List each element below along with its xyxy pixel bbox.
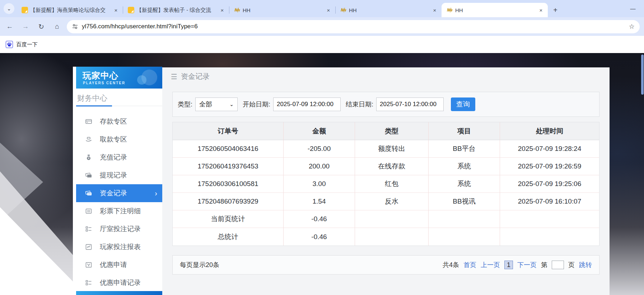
chart-report-icon — [85, 243, 92, 251]
table-row: 1752060306100581 3.00 红包 系统 2025-07-09 1… — [173, 175, 599, 193]
end-date-label: 结束日期: — [346, 100, 373, 109]
filter-bar: 类型: 全部 ⌄ 开始日期: 结束日期: 查询 — [172, 92, 599, 117]
start-date-input[interactable] — [273, 97, 341, 111]
tab-title: HH — [243, 7, 323, 13]
project: BB视讯 — [429, 193, 500, 210]
tab-2[interactable]: 【新提醒】发表帖子 - 综合交流 × — [123, 3, 229, 17]
window-minimize-button[interactable]: — — [627, 3, 638, 14]
minimize-icon: — — [630, 5, 636, 11]
hamburger-icon: ☰ — [171, 72, 177, 81]
tab-1[interactable]: 【新提醒】海燕策略论坛综合交 × — [17, 3, 123, 17]
sidebar-item-promo-record[interactable]: 优惠申请记录 — [73, 274, 162, 292]
sidebar-item-label: 厅室投注记录 — [100, 224, 141, 234]
time: 2025-07-09 19:26:59 — [500, 158, 599, 175]
plus-icon: + — [553, 6, 557, 14]
table-header-row: 订单号 金额 类型 项目 处理时间 — [173, 122, 599, 140]
type: 在线存款 — [355, 158, 429, 175]
reload-icon: ↻ — [38, 23, 44, 31]
close-icon[interactable]: × — [113, 7, 119, 13]
current-page-indicator[interactable]: 1 — [504, 261, 513, 269]
funds-table: 订单号 金额 类型 项目 处理时间 1752060504063416 -205.… — [172, 122, 599, 246]
search-button[interactable]: 查询 — [451, 97, 475, 111]
sidebar-item-withdraw-record[interactable]: 提现记录 — [73, 166, 162, 184]
table-summary-row-page: 当前页统计 -0.46 — [173, 210, 599, 228]
sidebar-item-withdraw[interactable]: 取款专区 — [73, 130, 162, 148]
close-icon[interactable]: × — [538, 7, 544, 13]
order-no: 1752060419376453 — [173, 158, 284, 175]
reload-button[interactable]: ↻ — [35, 20, 47, 33]
sidebar-item-label: 玩家投注报表 — [100, 242, 141, 252]
home-button[interactable]: ⌂ — [51, 20, 63, 33]
tab-title: 【新提醒】发表帖子 - 综合交流 — [136, 7, 217, 14]
empty-cell — [500, 210, 599, 228]
forum-favicon-icon — [22, 7, 28, 13]
tab-3[interactable]: HH × — [229, 3, 335, 17]
tab-title: HH — [349, 7, 429, 13]
table-row: 1752060504063416 -205.00 额度转出 BB平台 2025-… — [173, 140, 599, 158]
tab-5-active[interactable]: HH × — [442, 3, 548, 17]
summary-amount: -0.46 — [284, 210, 355, 228]
tab-4[interactable]: HH × — [335, 3, 442, 17]
address-bar[interactable]: yl756.com/hhcp/usercenter.html?iniType=6… — [67, 20, 640, 33]
end-date-input[interactable] — [376, 97, 444, 111]
amount: 1.54 — [284, 193, 355, 210]
jump-button[interactable]: 跳转 — [579, 261, 592, 269]
sidebar-item-label: 优惠申请记录 — [100, 278, 141, 287]
sidebar-item-promo-apply[interactable]: 优惠申请 — [73, 256, 162, 274]
sidebar-item-bet-report[interactable]: 玩家投注报表 — [73, 238, 162, 256]
amount: 3.00 — [284, 175, 355, 193]
page-content: 玩家中心 PLAYERS CENTER 财务中心 存款专区 取款专区 充值记录 — [0, 53, 644, 295]
sidebar-menu: 存款专区 取款专区 充值记录 提现记录 资金记录 › — [73, 113, 162, 292]
gold-wave-favicon-icon — [234, 7, 241, 13]
table-summary-row-total: 总统计 -0.46 — [173, 228, 599, 246]
tab-search-button[interactable]: ⌄ — [4, 3, 14, 14]
col-time: 处理时间 — [500, 122, 599, 140]
summary-label: 当前页统计 — [173, 210, 284, 228]
type-select-value: 全部 — [199, 100, 212, 109]
close-icon[interactable]: × — [431, 7, 438, 13]
col-amount: 金额 — [284, 122, 355, 140]
funds-record-panel: ☰ 资金记录 类型: 全部 ⌄ 开始日期: 结束日期: 查询 订单号 金额 — [162, 67, 610, 295]
sidebar-item-deposit[interactable]: 存款专区 — [73, 113, 162, 130]
browser-window: ⌄ 【新提醒】海燕策略论坛综合交 × 【新提醒】发表帖子 - 综合交流 × HH… — [0, 0, 644, 295]
jump-page-input[interactable] — [552, 261, 564, 269]
bookmark-star-icon[interactable]: ☆ — [629, 23, 635, 30]
empty-cell — [355, 228, 429, 246]
page-scrollbar[interactable] — [641, 54, 644, 95]
forward-button[interactable]: → — [19, 20, 32, 33]
back-button[interactable]: ← — [4, 20, 16, 33]
order-no: 1752060306100581 — [173, 175, 284, 193]
sidebar-item-hall-bets[interactable]: 厅室投注记录 — [73, 220, 162, 238]
time: 2025-07-09 16:10:07 — [500, 193, 599, 210]
list-icon — [85, 208, 92, 215]
time: 2025-07-09 19:28:24 — [500, 140, 599, 158]
sidebar-item-label: 优惠申请 — [100, 260, 127, 270]
gold-wave-favicon-icon — [340, 7, 347, 13]
site-settings-icon[interactable] — [72, 23, 78, 30]
sidebar-item-lottery-bets[interactable]: 彩票下注明细 — [73, 202, 162, 220]
url-text[interactable]: yl756.com/hhcp/usercenter.html?iniType=6 — [82, 23, 198, 30]
first-page-link[interactable]: 首页 — [463, 261, 476, 269]
jump-suffix-label: 页 — [568, 261, 575, 269]
amount: -205.00 — [284, 140, 355, 158]
new-tab-button[interactable]: + — [550, 5, 561, 15]
next-page-link[interactable]: 下一页 — [517, 261, 537, 269]
cards-icon — [85, 172, 92, 179]
sidebar-item-funds-record-active[interactable]: 资金记录 › — [76, 184, 162, 202]
prev-page-link[interactable]: 上一页 — [481, 261, 500, 269]
home-icon: ⌂ — [55, 23, 59, 30]
chevron-down-icon: ⌄ — [7, 6, 11, 11]
bookmark-label: 百度一下 — [16, 41, 38, 48]
type: 红包 — [355, 175, 429, 193]
summary-amount: -0.46 — [284, 228, 355, 246]
time: 2025-07-09 19:25:06 — [500, 175, 599, 193]
chevron-right-icon: › — [155, 189, 157, 198]
close-icon[interactable]: × — [325, 7, 332, 13]
sidebar-item-recharge-record[interactable]: 充值记录 — [73, 148, 162, 166]
bookmark-baidu[interactable]: 百度一下 — [6, 41, 38, 48]
type-label: 类型: — [178, 100, 192, 109]
close-icon[interactable]: × — [219, 7, 225, 13]
browser-toolbar: ← → ↻ ⌂ yl756.com/hhcp/usercenter.html?i… — [0, 17, 644, 36]
cards-icon — [85, 190, 92, 197]
type-select[interactable]: 全部 ⌄ — [195, 97, 238, 111]
